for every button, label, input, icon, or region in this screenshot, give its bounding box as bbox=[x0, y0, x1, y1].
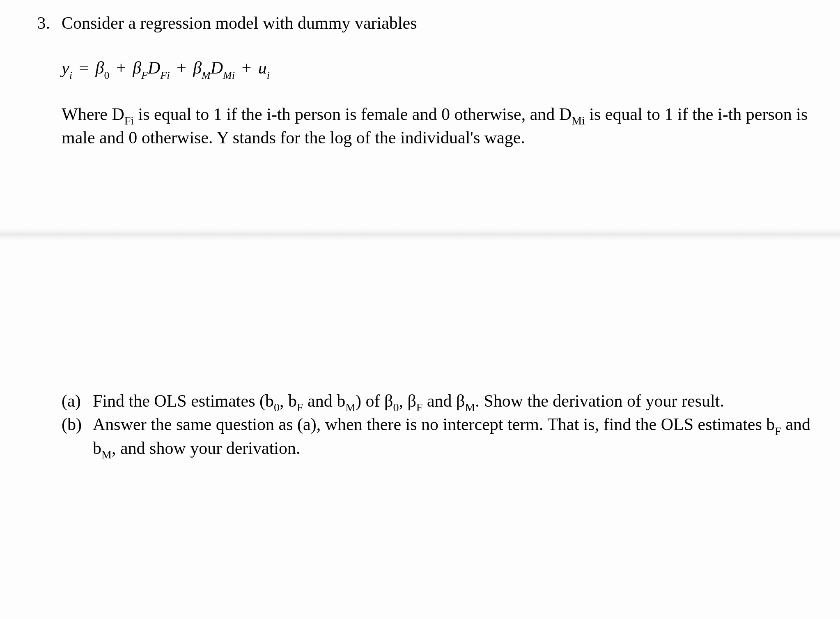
part-a: (a) Find the OLS estimates (b0, bF and b… bbox=[62, 390, 815, 414]
part-b-label: (b) bbox=[62, 414, 93, 435]
a-pre: Find the OLS estimates (b bbox=[93, 391, 274, 410]
b-pre: Answer the same question as (a), when th… bbox=[93, 415, 775, 434]
eq-beta0: β bbox=[96, 58, 104, 77]
a-betaF-sub: F bbox=[416, 401, 423, 414]
b-bM-sub: M bbox=[101, 448, 112, 461]
part-a-text: Find the OLS estimates (b0, bF and bM) o… bbox=[93, 390, 815, 414]
b-bF-sub: F bbox=[775, 425, 781, 437]
eq-DF: D bbox=[148, 58, 160, 77]
question-parts-block: (a) Find the OLS estimates (b0, bF and b… bbox=[25, 390, 815, 461]
question-top-block: 3. Consider a regression model with dumm… bbox=[25, 12, 815, 149]
a-beta0-sub: 0 bbox=[393, 401, 399, 414]
a-mid1: , b bbox=[280, 391, 297, 410]
expl-mid1: is equal to 1 if the i-th person is fema… bbox=[134, 105, 571, 124]
expl-DM-sub: Mi bbox=[571, 114, 585, 127]
eq-lhs-sub: i bbox=[69, 69, 72, 81]
eq-DM-sub: Mi bbox=[223, 69, 235, 81]
eq-DM: D bbox=[211, 58, 223, 77]
question-number: 3. bbox=[25, 12, 62, 34]
a-mid2: and b bbox=[303, 391, 346, 410]
part-a-label: (a) bbox=[62, 390, 93, 412]
expl-DF-sub: Fi bbox=[124, 114, 134, 127]
part-b: (b) Answer the same question as (a), whe… bbox=[62, 414, 815, 461]
eq-u: u bbox=[258, 58, 267, 77]
a-betaM-sub: M bbox=[465, 401, 475, 414]
eq-plus-1: + bbox=[114, 58, 129, 77]
a-mid6: . Show the derivation of your result. bbox=[475, 391, 724, 410]
eq-plus-2: + bbox=[174, 58, 189, 77]
part-b-text: Answer the same question as (a), when th… bbox=[93, 414, 815, 461]
a-bF-sub: F bbox=[297, 401, 303, 414]
a-mid3: ) of β bbox=[356, 391, 393, 410]
eq-betaM: β bbox=[193, 58, 202, 77]
eq-lhs-var: y bbox=[62, 58, 69, 77]
page-break-divider bbox=[0, 228, 840, 241]
regression-equation: yi = β0 + βFDFi + βMDMi + ui bbox=[62, 57, 815, 81]
eq-u-sub: i bbox=[267, 69, 270, 81]
eq-plus-3: + bbox=[239, 58, 254, 77]
eq-betaF-sub: F bbox=[141, 69, 148, 81]
eq-betaM-sub: M bbox=[202, 69, 211, 81]
question-header: 3. Consider a regression model with dumm… bbox=[25, 12, 815, 34]
a-b0-sub: 0 bbox=[274, 401, 280, 414]
a-mid5: and β bbox=[422, 391, 465, 410]
a-bM-sub: M bbox=[345, 401, 356, 414]
question-intro: Consider a regression model with dummy v… bbox=[62, 12, 815, 34]
question-explanation: Where DFi is equal to 1 if the i-th pers… bbox=[62, 104, 815, 149]
document-page: 3. Consider a regression model with dumm… bbox=[0, 0, 840, 619]
eq-beta0-sub: 0 bbox=[104, 69, 110, 81]
eq-betaF: β bbox=[133, 58, 141, 77]
eq-equals: = bbox=[76, 58, 91, 77]
b-mid2: , and show your derivation. bbox=[112, 439, 301, 458]
expl-pre: Where D bbox=[62, 105, 124, 124]
a-mid4: , β bbox=[399, 391, 416, 410]
eq-DF-sub: Fi bbox=[160, 69, 170, 81]
